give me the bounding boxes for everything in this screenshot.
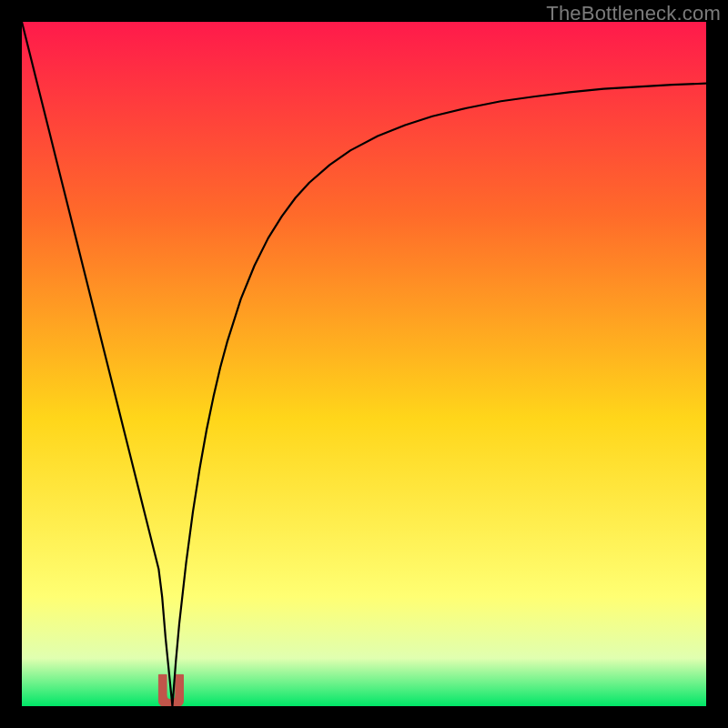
bottleneck-chart	[22, 22, 706, 706]
watermark-text: TheBottleneck.com	[546, 2, 721, 25]
chart-frame	[22, 22, 706, 706]
gradient-background	[22, 22, 706, 706]
